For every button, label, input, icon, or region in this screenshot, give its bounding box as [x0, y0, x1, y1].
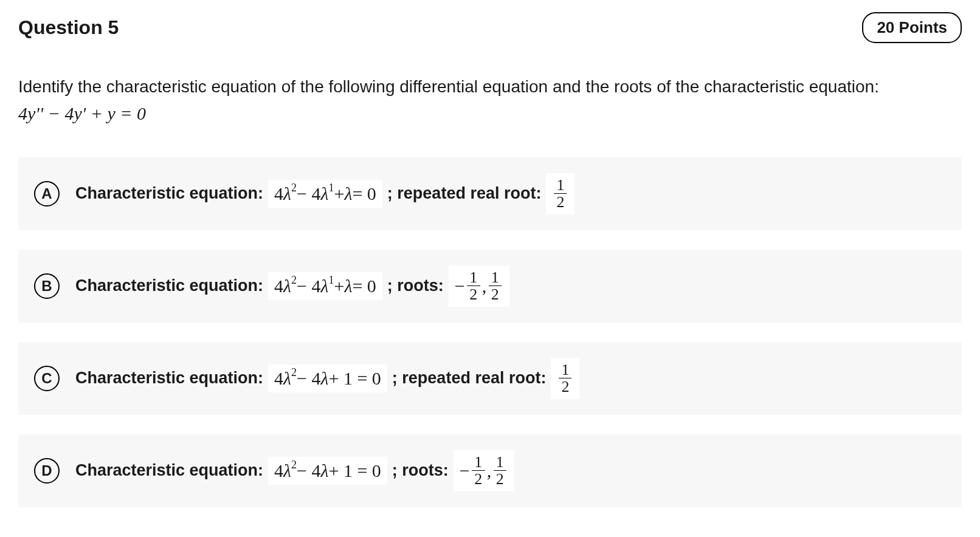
option-d[interactable]: D Characteristic equation: 4λ2 − 4λ + 1 … [18, 434, 962, 507]
option-d-label: Characteristic equation: [75, 461, 263, 480]
option-a-body: Characteristic equation: 4λ2 − 4λ1 + λ =… [75, 173, 575, 214]
prompt-text: Identify the characteristic equation of … [18, 77, 879, 96]
options-list: A Characteristic equation: 4λ2 − 4λ1 + λ… [18, 157, 962, 507]
option-b-roots-label: ; roots: [387, 276, 444, 295]
prompt-equation: 4y'' − 4y' + y = 0 [18, 103, 146, 123]
option-d-body: Characteristic equation: 4λ2 − 4λ + 1 = … [75, 450, 514, 491]
option-a-equation: 4λ2 − 4λ1 + λ = 0 [268, 180, 382, 208]
question-prompt: Identify the characteristic equation of … [18, 74, 962, 128]
option-b-label: Characteristic equation: [75, 276, 263, 295]
option-c[interactable]: C Characteristic equation: 4λ2 − 4λ + 1 … [18, 342, 962, 415]
header-row: Question 5 20 Points [18, 12, 962, 43]
option-a-roots-label: ; repeated real root: [387, 184, 542, 203]
option-b[interactable]: B Characteristic equation: 4λ2 − 4λ1 + λ… [18, 250, 962, 323]
option-a[interactable]: A Characteristic equation: 4λ2 − 4λ1 + λ… [18, 157, 962, 230]
option-d-roots: −12,12 [454, 450, 514, 491]
option-a-roots: 12 [546, 173, 575, 214]
option-c-body: Characteristic equation: 4λ2 − 4λ + 1 = … [75, 358, 579, 399]
option-c-equation: 4λ2 − 4λ + 1 = 0 [268, 364, 387, 392]
option-b-body: Characteristic equation: 4λ2 − 4λ1 + λ =… [75, 265, 509, 307]
option-d-roots-label: ; roots: [392, 461, 449, 480]
option-c-label: Characteristic equation: [75, 369, 263, 388]
option-d-equation: 4λ2 − 4λ + 1 = 0 [268, 457, 387, 485]
question-title: Question 5 [18, 16, 119, 39]
option-a-letter: A [34, 181, 60, 207]
option-c-letter: C [34, 366, 60, 391]
option-b-roots: −12,12 [449, 265, 509, 307]
option-c-roots-label: ; repeated real root: [392, 369, 547, 388]
option-b-equation: 4λ2 − 4λ1 + λ = 0 [268, 272, 382, 300]
option-c-roots: 12 [551, 358, 579, 399]
points-badge: 20 Points [862, 12, 962, 43]
option-a-label: Characteristic equation: [75, 184, 263, 203]
option-b-letter: B [34, 273, 60, 299]
option-d-letter: D [34, 458, 60, 484]
